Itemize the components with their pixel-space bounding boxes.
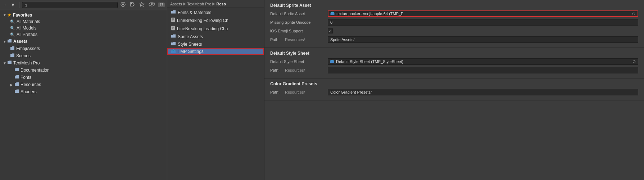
color-gradient-title: Color Gradient Presets <box>270 81 638 86</box>
default-sprite-asset-value: texturepacker-emoji-apple-64 (TMP_E ⊙ <box>328 10 638 17</box>
svg-marker-4 <box>139 2 144 6</box>
scene-icon-button[interactable] <box>119 1 127 9</box>
missing-sprite-label: Missing Sprite Unicode <box>270 20 328 24</box>
documentation-item[interactable]: Documentation <box>0 67 167 74</box>
sprite-path-label: Path: Resources/ <box>270 37 328 42</box>
sprite-asset-pick-button[interactable]: ⊙ <box>631 11 636 16</box>
dropdown-button[interactable]: ▼ <box>9 1 17 8</box>
all-models-item[interactable]: 🔍 All Models <box>0 25 167 31</box>
star-icon-button[interactable] <box>138 1 146 9</box>
ios-emoji-value: ✓ <box>328 28 638 33</box>
svg-rect-12 <box>171 26 175 30</box>
svg-point-1 <box>122 4 124 5</box>
list-item-sprite-assets[interactable]: Sprite Assets <box>167 33 264 40</box>
tag-icon <box>130 1 135 7</box>
ios-emoji-label: iOS Emoji Support <box>270 29 328 33</box>
folder-icon <box>7 39 12 43</box>
default-sprite-asset-field[interactable]: texturepacker-emoji-apple-64 (TMP_E ⊙ <box>328 10 638 17</box>
sprite-path-value: Sprite Assets/ <box>328 36 638 43</box>
default-style-label: Default Style Sheet <box>270 59 328 64</box>
list-item-linebreaking-leading[interactable]: LineBreaking Leading Cha <box>167 24 264 33</box>
assets-header[interactable]: ▼ Assets <box>0 38 167 45</box>
ios-emoji-row: iOS Emoji Support ✓ <box>270 27 638 35</box>
svg-rect-16 <box>171 51 176 53</box>
gradient-path-row: Path: Resources/ Color Gradient Presets/ <box>270 89 638 96</box>
middle-panel: Assets ▶ TextMesh Pro ▶ Reso Fonts & Mat… <box>167 0 264 180</box>
default-style-value: Default Style Sheet (TMP_StyleSheet) ⊙ <box>328 58 638 65</box>
folder-icon <box>171 34 176 39</box>
toolbar-separator <box>19 2 19 8</box>
list-item-fonts-materials[interactable]: Fonts & Materials <box>167 9 264 16</box>
toolbar: + ▼ <box>0 0 167 10</box>
search-input[interactable] <box>22 2 117 8</box>
missing-sprite-row: Missing Sprite Unicode 0 <box>270 19 638 26</box>
sprite-asset-icon <box>330 11 335 16</box>
default-sprite-section: Default Sprite Asset Default Sprite Asse… <box>264 0 644 48</box>
default-sprite-asset-row: Default Sprite Asset texturepacker-emoji… <box>270 10 638 17</box>
all-prefabs-item[interactable]: 🔍 All Prefabs <box>0 31 167 38</box>
style-path-row: Path: Resources/ <box>270 67 638 74</box>
breadcrumb: Assets ▶ TextMesh Pro ▶ Reso <box>167 0 264 8</box>
resources-item[interactable]: ▶ Resources <box>0 81 167 88</box>
tree-panel: ▼ ★ Favorites 🔍 All Materials 🔍 All Mode… <box>0 10 167 180</box>
gradient-path-field[interactable]: Color Gradient Presets/ <box>328 89 638 95</box>
default-style-title: Default Style Sheet <box>270 51 638 56</box>
doc-icon <box>171 17 175 23</box>
gradient-path-value: Color Gradient Presets/ <box>328 89 638 95</box>
missing-sprite-value: 0 <box>328 19 638 26</box>
list-item-tmp-settings[interactable]: TMP Settings <box>167 48 264 55</box>
missing-sprite-field[interactable]: 0 <box>328 19 638 26</box>
add-button[interactable]: + <box>2 1 8 8</box>
favorites-header[interactable]: ▼ ★ Favorites <box>0 12 167 18</box>
all-materials-item[interactable]: 🔍 All Materials <box>0 18 167 25</box>
right-panel: Default Sprite Asset Default Sprite Asse… <box>264 0 644 180</box>
svg-marker-22 <box>330 60 334 61</box>
style-sheet-pick-button[interactable]: ⊙ <box>631 59 636 64</box>
scenes-item[interactable]: Scenes <box>0 52 167 59</box>
default-sprite-title: Default Sprite Asset <box>270 3 638 8</box>
folder-icon <box>171 10 176 15</box>
left-panel: + ▼ <box>0 0 167 180</box>
ios-emoji-checkbox[interactable]: ✓ <box>328 28 333 33</box>
emoji-assets-item[interactable]: EmojiAssets <box>0 45 167 52</box>
fonts-item[interactable]: Fonts <box>0 74 167 81</box>
svg-point-3 <box>131 3 132 4</box>
default-style-field[interactable]: Default Style Sheet (TMP_StyleSheet) ⊙ <box>328 58 638 65</box>
folder-icon <box>171 41 176 47</box>
textmesh-pro-item[interactable]: ▼ TextMesh Pro <box>0 59 167 67</box>
scene-icon <box>120 1 126 7</box>
list-item-style-sheets[interactable]: Style Sheets <box>167 40 264 48</box>
shaders-item[interactable]: Shaders <box>0 88 167 95</box>
svg-rect-8 <box>171 18 175 22</box>
star-icon <box>139 1 145 7</box>
default-style-row: Default Style Sheet Default Style Sheet … <box>270 58 638 65</box>
doc-icon <box>171 26 175 32</box>
eye-icon-button[interactable] <box>147 1 157 9</box>
style-path-field[interactable] <box>328 67 638 73</box>
svg-marker-20 <box>331 12 334 13</box>
gradient-path-label: Path: Resources/ <box>270 90 328 94</box>
svg-rect-21 <box>330 60 334 63</box>
count-badge: 17 <box>158 3 165 7</box>
default-style-section: Default Style Sheet Default Style Sheet <box>264 48 644 78</box>
style-path-label: Path: Resources/ <box>270 68 328 72</box>
asset-list: Fonts & Materials LineBreaking Following… <box>167 8 264 180</box>
color-gradient-section: Color Gradient Presets Path: Resources/ … <box>264 78 644 100</box>
style-path-value <box>328 67 638 73</box>
svg-marker-2 <box>131 3 134 6</box>
tag-icon-button[interactable] <box>128 1 136 9</box>
main-layout: + ▼ <box>0 0 644 180</box>
list-item-linebreaking-following[interactable]: LineBreaking Following Ch <box>167 16 264 24</box>
sprite-path-field[interactable]: Sprite Assets/ <box>328 36 638 43</box>
svg-rect-19 <box>331 13 335 15</box>
style-sheet-icon <box>330 59 335 64</box>
eye-icon <box>148 1 155 7</box>
tmp-settings-icon <box>171 49 176 54</box>
sprite-path-row: Path: Resources/ Sprite Assets/ <box>270 36 638 43</box>
default-sprite-asset-label: Default Sprite Asset <box>270 12 328 16</box>
